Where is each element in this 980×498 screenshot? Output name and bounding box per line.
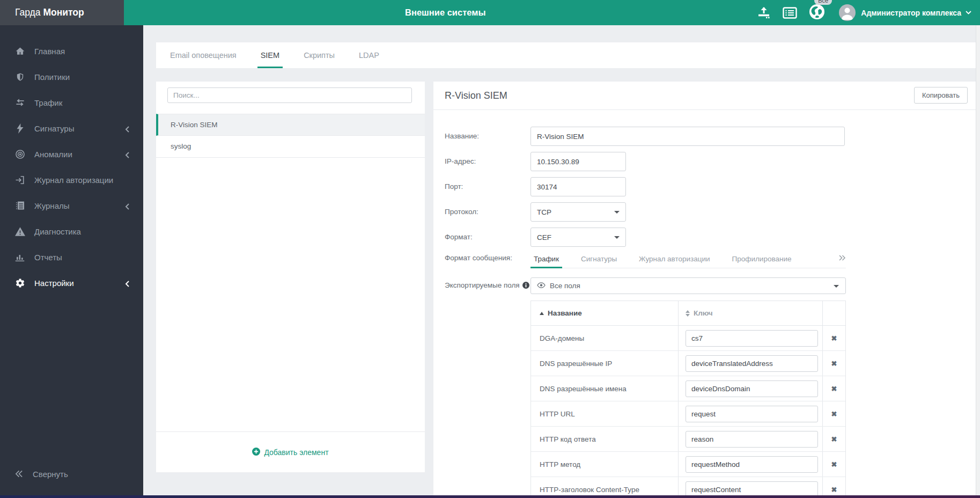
sidebar-item-anomalies[interactable]: Аномалии xyxy=(0,141,143,167)
mf-tab-label: Трафик xyxy=(534,255,559,263)
chevron-left-icon xyxy=(125,202,129,211)
sidebar-collapse-button[interactable]: Свернуть xyxy=(0,463,143,485)
lightning-icon xyxy=(14,123,26,134)
sidebar-item-diagnostics[interactable]: Диагностика xyxy=(0,218,143,244)
sidebar-nav: Главная Политики Трафик Сигнатуры xyxy=(0,38,143,296)
sidebar-item-auth-journal[interactable]: Журнал авторизации xyxy=(0,167,143,193)
caret-down-icon xyxy=(614,236,620,239)
key-input[interactable] xyxy=(686,481,818,495)
table-row: DNS разрешённые IP ✖ xyxy=(531,351,845,376)
tabs-scroll-right-icon[interactable] xyxy=(838,254,846,263)
tab-email-notifications[interactable]: Email оповещения xyxy=(167,42,240,68)
key-input[interactable] xyxy=(686,355,818,372)
column-header-key[interactable]: Ключ xyxy=(679,301,823,325)
report-list-icon[interactable] xyxy=(783,7,797,19)
chevron-down-icon[interactable] xyxy=(966,11,971,14)
export-fields-value: Все поля xyxy=(550,282,580,290)
list-item-rvision-siem[interactable]: R-Vision SIEM xyxy=(156,114,425,136)
mf-tab-label: Профилирование xyxy=(732,255,792,263)
mf-tab-traffic[interactable]: Трафик xyxy=(530,250,562,268)
sidebar-item-policies[interactable]: Политики xyxy=(0,64,143,90)
sidebar-item-signatures[interactable]: Сигнатуры xyxy=(0,115,143,141)
sidebar-item-settings[interactable]: Настройки xyxy=(0,270,143,296)
tab-label: Скрипты xyxy=(304,51,335,60)
protocol-select[interactable]: TCP xyxy=(530,202,626,222)
tab-scripts[interactable]: Скрипты xyxy=(300,42,338,68)
name-field[interactable] xyxy=(530,127,845,146)
list-item-label: R-Vision SIEM xyxy=(171,121,218,129)
table-row: HTTP метод ✖ xyxy=(531,452,845,477)
column-header-label: Название xyxy=(548,309,582,317)
globe-badge: Все xyxy=(814,0,832,5)
key-input[interactable] xyxy=(686,431,818,448)
field-name: HTTP код ответа xyxy=(531,427,679,451)
ip-field[interactable] xyxy=(530,152,626,171)
column-header-name[interactable]: Название xyxy=(531,301,679,325)
chevron-left-icon xyxy=(125,151,129,160)
globe-filter[interactable]: Все xyxy=(809,4,825,22)
delete-row-icon[interactable]: ✖ xyxy=(831,410,837,418)
sidebar-item-home[interactable]: Главная xyxy=(0,38,143,64)
sidebar-item-traffic[interactable]: Трафик xyxy=(0,90,143,115)
sidebar-item-label: Журнал авторизации xyxy=(34,175,113,185)
topbar-actions: Все Администратор комплекса xyxy=(757,0,975,25)
tab-ldap[interactable]: LDAP xyxy=(356,42,382,68)
export-fields-label-text: Экспортируемые поля xyxy=(445,281,520,289)
key-input[interactable] xyxy=(686,406,818,422)
page-scrollbar[interactable] xyxy=(976,25,980,495)
table-row: DNS разрешённые имена ✖ xyxy=(531,376,845,401)
page-content: Email оповещения SIEM Скрипты LDAP R-Vis… xyxy=(143,25,976,495)
delete-row-icon[interactable]: ✖ xyxy=(831,334,837,342)
sidebar-item-journals[interactable]: Журналы xyxy=(0,193,143,218)
key-input[interactable] xyxy=(686,380,818,397)
info-icon[interactable] xyxy=(522,282,529,289)
siem-detail-panel: R-Vision SIEM Копировать Название: IP-ад… xyxy=(433,82,976,495)
tab-label: SIEM xyxy=(261,51,279,60)
search-input[interactable] xyxy=(167,87,412,103)
column-header-actions xyxy=(823,301,845,325)
avatar[interactable] xyxy=(839,4,856,21)
upload-icon[interactable] xyxy=(757,6,771,19)
caret-down-icon xyxy=(614,211,620,214)
tab-siem[interactable]: SIEM xyxy=(257,42,283,68)
shield-icon xyxy=(14,72,26,82)
mf-tab-auth-journal[interactable]: Журнал авторизации xyxy=(636,250,713,268)
field-name: HTTP URL xyxy=(531,401,679,426)
key-input[interactable] xyxy=(686,456,818,473)
copy-button[interactable]: Копировать xyxy=(914,87,968,104)
delete-row-icon[interactable]: ✖ xyxy=(831,435,837,443)
port-field[interactable] xyxy=(530,177,626,196)
ip-field-label: IP-адрес: xyxy=(445,157,476,165)
collapse-label: Свернуть xyxy=(33,470,68,479)
delete-row-icon[interactable]: ✖ xyxy=(831,486,837,494)
divider xyxy=(433,109,976,110)
user-menu[interactable]: Администратор комплекса xyxy=(861,9,961,17)
delete-row-icon[interactable]: ✖ xyxy=(831,385,837,393)
warning-icon xyxy=(14,227,26,236)
key-input[interactable] xyxy=(686,330,818,347)
export-fields-label: Экспортируемые поля xyxy=(445,281,529,289)
export-fields-select[interactable]: Все поля xyxy=(530,277,846,294)
gear-icon xyxy=(14,278,26,288)
column-header-label: Ключ xyxy=(694,309,713,317)
add-element-button[interactable]: Добавить элемент xyxy=(252,448,328,457)
delete-row-icon[interactable]: ✖ xyxy=(831,460,837,468)
tab-label: Email оповещения xyxy=(170,51,237,60)
plus-circle-icon xyxy=(252,448,260,457)
message-format-tabs: Трафик Сигнатуры Журнал авторизации Проф… xyxy=(530,250,846,268)
traffic-arrows-icon xyxy=(14,98,26,107)
field-name: DNS разрешённые имена xyxy=(531,376,679,401)
mf-tab-profiling[interactable]: Профилирование xyxy=(729,250,795,268)
sidebar: Гарда Монитор Главная Политики Трафик xyxy=(0,0,143,498)
journal-icon xyxy=(14,201,26,210)
chevron-left-icon xyxy=(125,125,129,134)
name-field-label: Название: xyxy=(445,132,479,140)
sidebar-item-label: Политики xyxy=(34,72,70,82)
chevron-left-icon xyxy=(125,280,129,289)
list-item-syslog[interactable]: syslog xyxy=(156,136,425,158)
delete-row-icon[interactable]: ✖ xyxy=(831,360,837,368)
mf-tab-signatures[interactable]: Сигнатуры xyxy=(578,250,620,268)
format-select[interactable]: CEF xyxy=(530,228,626,247)
sidebar-item-reports[interactable]: Отчеты xyxy=(0,244,143,270)
home-icon xyxy=(14,46,26,56)
